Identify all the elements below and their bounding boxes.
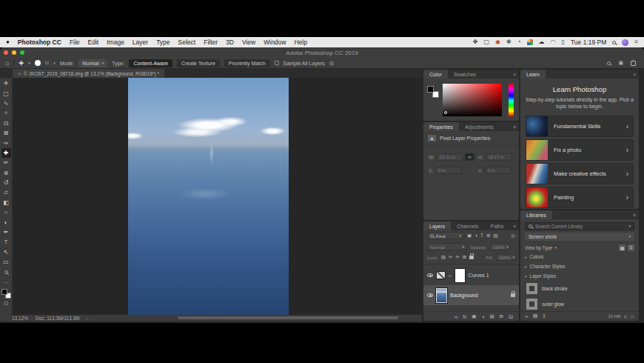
- layer-styles-icon[interactable]: fx: [463, 314, 466, 319]
- delete-asset-icon[interactable]: Ш: [631, 314, 635, 319]
- panel-menu-icon[interactable]: ≡: [513, 70, 516, 79]
- shape-tool[interactable]: ▭: [1, 257, 11, 267]
- home-icon[interactable]: ⌂: [5, 59, 9, 67]
- tab-channels[interactable]: Channels: [451, 222, 485, 230]
- menu-image[interactable]: Image: [107, 39, 124, 46]
- tab-libraries[interactable]: Libraries: [520, 210, 552, 219]
- new-adjustment-layer-icon[interactable]: ◑: [481, 314, 484, 319]
- pen-tool[interactable]: ✒: [1, 227, 11, 237]
- tab-properties[interactable]: Properties: [423, 122, 459, 131]
- crop-tool[interactable]: ⊡: [1, 119, 11, 128]
- menu-window[interactable]: Window: [264, 39, 286, 46]
- panel-menu-icon[interactable]: ≡: [633, 70, 636, 79]
- layer-mask-thumbnail[interactable]: [455, 268, 466, 283]
- document-tab[interactable]: × © JKOST_2015_08716.dng @ 13.1% (Backgr…: [13, 69, 164, 78]
- panel-menu-icon[interactable]: ≡: [633, 210, 636, 219]
- sync-upload-icon[interactable]: ↥: [542, 313, 546, 319]
- library-select[interactable]: Screen shots ▾: [525, 233, 634, 241]
- lock-position-icon[interactable]: ✛: [455, 255, 459, 260]
- new-layer-icon[interactable]: ⊞: [500, 313, 503, 319]
- red-app-icon[interactable]: ◉: [495, 39, 500, 45]
- hue-slider[interactable]: [509, 84, 514, 116]
- section-character-styles[interactable]: ▸ Character Styles: [525, 262, 634, 271]
- asset-outer-glow[interactable]: outer glow: [525, 296, 634, 312]
- height-input[interactable]: 18.17 in: [486, 153, 512, 161]
- spot-healing-brush-tool[interactable]: ✚: [1, 148, 11, 158]
- gradient-tool[interactable]: ◧: [1, 198, 11, 207]
- move-tool[interactable]: ✛: [1, 79, 11, 88]
- link-dimensions-icon[interactable]: ∞: [465, 153, 474, 161]
- frame-tool[interactable]: ⊠: [1, 128, 11, 138]
- type-tool[interactable]: T: [1, 237, 11, 247]
- foreground-background-swatches[interactable]: [1, 289, 11, 299]
- colorful-grid-icon[interactable]: [527, 39, 533, 45]
- tutorial-card-painting[interactable]: Painting ›: [526, 187, 634, 208]
- panel-menu-icon[interactable]: ≡: [513, 122, 516, 131]
- menu-select[interactable]: Select: [178, 39, 196, 46]
- tab-learn[interactable]: Learn: [520, 70, 546, 79]
- workspace-switcher-icon[interactable]: ▣: [618, 60, 623, 66]
- tab-adjustments[interactable]: Adjustments: [459, 122, 500, 131]
- color-fg-bg-swatches[interactable]: [427, 86, 439, 98]
- library-search-input[interactable]: Search Current Library ▾: [525, 222, 634, 230]
- clone-stamp-tool[interactable]: ⊕: [1, 168, 11, 178]
- share-icon[interactable]: [631, 61, 636, 66]
- menu-filter[interactable]: Filter: [204, 39, 218, 46]
- section-layer-styles[interactable]: ▾ Layer Styles: [525, 271, 634, 281]
- grid-view-icon[interactable]: ▦: [619, 244, 625, 251]
- layer-name[interactable]: Curves 1: [469, 273, 489, 278]
- status-chevron-icon[interactable]: ›: [87, 316, 88, 321]
- apple-menu-icon[interactable]: ●: [6, 39, 10, 45]
- zoom-level-field[interactable]: 13.12%: [12, 316, 28, 321]
- clock-icon[interactable]: ◔: [517, 39, 521, 45]
- delete-layer-icon[interactable]: Ш: [509, 314, 513, 319]
- lock-image-icon[interactable]: ✏: [449, 255, 452, 260]
- history-brush-tool[interactable]: ↺: [1, 178, 11, 187]
- view-by-label[interactable]: View by Type: [525, 245, 552, 250]
- filter-type-layers-icon[interactable]: T: [480, 233, 483, 239]
- menu-layer[interactable]: Layer: [133, 39, 148, 46]
- zoom-tool[interactable]: [1, 267, 11, 276]
- content-aware-button[interactable]: Content-Aware: [129, 59, 172, 67]
- lock-transparency-icon[interactable]: ▨: [441, 255, 446, 260]
- opacity-input[interactable]: 100% ▾: [490, 243, 509, 250]
- lasso-tool[interactable]: ∿: [1, 99, 11, 108]
- layer-row-background[interactable]: Background: [423, 285, 519, 305]
- filter-shape-layers-icon[interactable]: ⊞: [486, 233, 490, 239]
- menu-type[interactable]: Type: [156, 39, 170, 46]
- add-layer-mask-icon[interactable]: ▣: [472, 313, 476, 319]
- tutorial-card-fundamental-skills[interactable]: Fundamental Skills ›: [526, 116, 634, 137]
- link-layers-icon[interactable]: ∞: [455, 314, 458, 319]
- proximity-match-button[interactable]: Proximity Match: [224, 59, 270, 67]
- rectangular-marquee-tool[interactable]: ▢: [1, 88, 11, 98]
- blur-tool[interactable]: ○: [1, 207, 11, 217]
- menu-clock[interactable]: Tue 1:19 PM: [571, 39, 606, 46]
- siri-icon[interactable]: [622, 39, 628, 46]
- sample-all-layers-checkbox[interactable]: [275, 61, 279, 65]
- saturation-brightness-picker[interactable]: [443, 84, 502, 116]
- gear-icon[interactable]: ❋: [506, 39, 511, 45]
- search-icon[interactable]: [607, 61, 611, 65]
- wifi-icon[interactable]: ◠: [551, 39, 556, 45]
- menu-edit[interactable]: Edit: [88, 39, 99, 46]
- filter-adjustment-layers-icon[interactable]: ◑: [474, 233, 477, 239]
- filter-pixel-layers-icon[interactable]: ▣: [467, 233, 472, 239]
- section-colors[interactable]: ▸ Colors: [525, 252, 634, 262]
- horizontal-scrollbar[interactable]: [178, 316, 398, 319]
- foreground-color-swatch[interactable]: [1, 289, 7, 295]
- notification-center-icon[interactable]: ≡: [634, 39, 638, 45]
- tab-paths[interactable]: Paths: [485, 222, 510, 230]
- foreground-color-swatch[interactable]: [427, 86, 434, 93]
- tutorial-card-make-creative-effects[interactable]: Make creative effects ›: [526, 163, 634, 184]
- display-icon[interactable]: ▢: [483, 39, 489, 45]
- layer-visibility-icon[interactable]: [427, 293, 433, 297]
- tab-color[interactable]: Color: [423, 70, 448, 79]
- layer-blend-mode-select[interactable]: Normal ▾: [427, 243, 467, 250]
- lock-all-icon[interactable]: [469, 256, 474, 259]
- dodge-tool[interactable]: ◐: [1, 217, 11, 227]
- path-selection-tool[interactable]: ↖: [1, 247, 11, 257]
- menu-view[interactable]: View: [242, 39, 255, 46]
- document-canvas-image[interactable]: [128, 78, 289, 315]
- healing-brush-preset-icon[interactable]: ✚: [19, 60, 24, 67]
- lock-artboard-icon[interactable]: ⊞: [463, 255, 466, 260]
